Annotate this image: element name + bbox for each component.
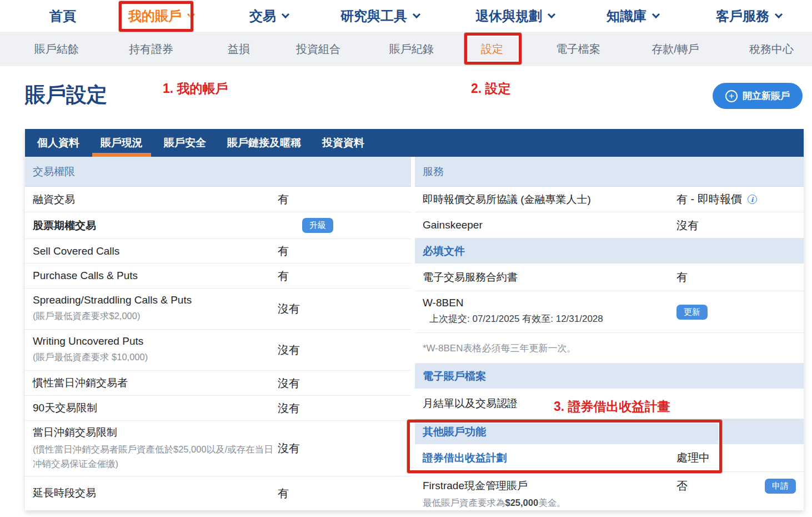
subnav-portfolio[interactable]: 投資組合 xyxy=(296,32,340,66)
settings-tab-bar: 個人資料 賬戶現況 賬戶安全 賬戶鏈接及暱稱 投資資料 xyxy=(25,129,804,157)
table-row-options-trading: 股票期權交易 升級 xyxy=(25,212,411,239)
page-title: 賬戶設定 xyxy=(25,81,107,109)
nav-trading-label: 交易 xyxy=(249,7,276,25)
row-value: 沒有 xyxy=(676,218,699,233)
tab-investment-profile[interactable]: 投資資料 xyxy=(322,129,364,157)
plus-circle-icon: + xyxy=(725,90,738,102)
info-icon[interactable]: i xyxy=(748,195,757,204)
table-row-sell-covered-calls: Sell Covered Calls 有 xyxy=(25,239,411,264)
nav-retirement-planning-label: 退休與規劃 xyxy=(475,7,542,25)
section-required-documents: 必填文件 xyxy=(415,238,804,264)
row-value: 有 xyxy=(676,270,688,285)
table-row-w8ben: W-8BEN 上次提交: 07/21/2025 有效至: 12/31/2028 … xyxy=(415,291,804,333)
table-row-day-trading-restriction: 當日沖銷交易限制 (慣性當日沖銷交易者賬戶資產低於$25,000以及/或存在当日… xyxy=(25,421,411,476)
row-label: W-8BEN xyxy=(423,297,676,309)
open-new-account-button[interactable]: + 開立新賬戶 xyxy=(713,83,803,109)
row-value: 沒有 xyxy=(278,376,300,391)
note-text: 最低賬戶資產要求為 xyxy=(423,498,505,508)
subnav-gain-loss[interactable]: 益損 xyxy=(228,32,250,66)
row-label: 當日沖銷交易限制 xyxy=(33,425,278,440)
row-value: 否 xyxy=(676,479,688,494)
table-row-spreading-straddling: Spreading/Straddling Calls & Puts (賬戶最低資… xyxy=(25,289,411,330)
w8ben-note: *W-8BEN表格必須每三年更新一次。 xyxy=(415,333,804,364)
tab-personal-info-label: 個人資料 xyxy=(37,136,79,150)
row-label: Writing Uncovered Puts xyxy=(33,335,278,347)
nav-my-account[interactable]: 我的賬戶 xyxy=(128,0,194,32)
row-value: 有 xyxy=(278,192,289,207)
services-header: 服務 xyxy=(415,157,804,187)
chevron-down-icon xyxy=(548,10,555,18)
row-value: 沒有 xyxy=(278,301,300,316)
row-label: 電子交易服務合約書 xyxy=(423,270,676,285)
nav-my-account-label: 我的賬戶 xyxy=(128,7,182,25)
nav-knowledge-base[interactable]: 知識庫 xyxy=(607,0,659,32)
renew-button[interactable]: 更新 xyxy=(676,305,708,320)
section-eaccount-documents: 電子賬戶檔案 xyxy=(415,364,804,389)
row-label: Firstrade現金管理賬戶 xyxy=(423,479,676,493)
nav-knowledge-base-label: 知識庫 xyxy=(607,7,646,25)
chevron-down-icon xyxy=(413,10,420,18)
upgrade-button[interactable]: 升級 xyxy=(302,218,333,233)
tab-account-status[interactable]: 賬戶現況 xyxy=(101,129,143,157)
row-label: Gainskeeper xyxy=(423,219,676,231)
tab-account-links-nicknames[interactable]: 賬戶鏈接及暱稱 xyxy=(227,129,301,157)
row-value: 有 - 即時報價 xyxy=(676,192,742,207)
subnav-balances[interactable]: 賬戶結餘 xyxy=(34,32,79,66)
nav-research-tools[interactable]: 研究與工具 xyxy=(340,0,419,32)
table-row-etrading-agreement: 電子交易服務合約書 有 xyxy=(415,264,804,291)
account-settings-card: 個人資料 賬戶現況 賬戶安全 賬戶鏈接及暱稱 投資資料 交易權限 融資交易 有 … xyxy=(25,129,804,510)
row-label: 延長時段交易 xyxy=(33,486,278,500)
table-row-pattern-day-trader: 慣性當日沖銷交易者 沒有 xyxy=(25,371,411,396)
tab-account-links-nicknames-label: 賬戶鏈接及暱稱 xyxy=(227,136,301,150)
nav-home[interactable]: 首頁 xyxy=(49,0,76,32)
row-value: 沒有 xyxy=(278,441,300,456)
tab-account-security[interactable]: 賬戶安全 xyxy=(164,129,206,157)
services-table: 服務 即時報價交易所協議 (金融專業人士) 有 - 即時報價 i Gainske… xyxy=(415,157,804,510)
table-row-writing-uncovered-puts: Writing Uncovered Puts (賬戶最低資產要求 $10,000… xyxy=(25,330,411,371)
nav-home-label: 首頁 xyxy=(49,7,76,25)
subnav-settings[interactable]: 設定 xyxy=(481,32,503,66)
nav-research-tools-label: 研究與工具 xyxy=(340,7,407,25)
subnav-deposit-transfer-label: 存款/轉戶 xyxy=(651,42,699,57)
nav-trading[interactable]: 交易 xyxy=(249,0,288,32)
apply-button[interactable]: 申請 xyxy=(765,479,796,494)
row-label: Purchase Calls & Puts xyxy=(33,270,278,282)
nav-customer-service[interactable]: 客戶服務 xyxy=(716,0,781,32)
tab-account-security-label: 賬戶安全 xyxy=(164,136,206,150)
open-new-account-label: 開立新賬戶 xyxy=(743,90,790,102)
tab-investment-profile-label: 投資資料 xyxy=(322,136,364,150)
securities-lending-link[interactable]: 證券借出收益計劃 xyxy=(423,451,676,465)
row-subtext: 上次提交: 07/21/2025 有效至: 12/31/2028 xyxy=(423,312,676,326)
section-other-account-features: 其他賬戶功能 xyxy=(415,419,804,444)
subnav-deposit-transfer[interactable]: 存款/轉戶 xyxy=(651,32,699,66)
subnav-portfolio-label: 投資組合 xyxy=(296,42,340,57)
table-row-realtime-quotes-agreement: 即時報價交易所協議 (金融專業人士) 有 - 即時報價 i xyxy=(415,187,804,212)
row-label: 融資交易 xyxy=(33,192,278,207)
table-row-margin-trading: 融資交易 有 xyxy=(25,187,411,212)
row-label: Spreading/Straddling Calls & Puts xyxy=(33,294,278,306)
subnav-tax-center[interactable]: 稅務中心 xyxy=(749,32,794,66)
subnav-edocuments-label: 電子檔案 xyxy=(556,42,600,57)
subnav-positions[interactable]: 持有證券 xyxy=(129,32,173,66)
row-label: Sell Covered Calls xyxy=(33,245,278,257)
table-row-cash-management: Firstrade現金管理賬戶 最低賬戶資產要求為$25,000美金。 否 申請 xyxy=(415,472,804,510)
row-value: 沒有 xyxy=(278,342,300,357)
subnav-edocuments[interactable]: 電子檔案 xyxy=(556,32,600,66)
table-row-extended-hours: 延長時段交易 有 xyxy=(25,476,411,510)
row-value: 有 xyxy=(278,269,289,284)
tab-personal-info[interactable]: 個人資料 xyxy=(37,129,79,157)
note-text: 美金。 xyxy=(538,498,566,508)
row-label: 股票期權交易 xyxy=(33,218,278,233)
subnav-history[interactable]: 賬戶紀錄 xyxy=(389,32,434,66)
table-row-gainskeeper: Gainskeeper 沒有 xyxy=(415,212,804,238)
nav-retirement-planning[interactable]: 退休與規劃 xyxy=(475,0,554,32)
row-value: 處理中 xyxy=(676,450,710,465)
table-row-securities-lending: 證券借出收益計劃 處理中 xyxy=(415,444,804,472)
chevron-down-icon xyxy=(652,10,660,18)
page: 首頁 我的賬戶 交易 研究與工具 退休與規劃 知識庫 客戶服務 賬戶結餘 持有 xyxy=(0,0,812,517)
annotation-step1: 1. 我的帳戶 xyxy=(163,80,228,97)
subnav-settings-label: 設定 xyxy=(481,42,503,57)
nav-customer-service-label: 客戶服務 xyxy=(716,7,769,25)
row-subtext: (賬戶最低資產要求 $10,000) xyxy=(33,350,278,365)
row-label: 慣性當日沖銷交易者 xyxy=(33,376,278,390)
